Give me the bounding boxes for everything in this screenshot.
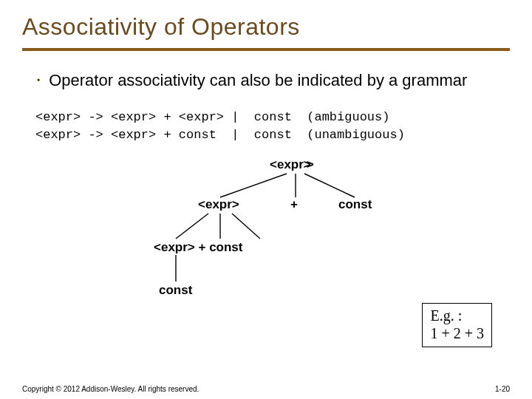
tree-node-l2-row: <expr> + const xyxy=(154,240,242,255)
tree-node-l1-plus: + xyxy=(290,197,298,212)
slide-title: Associativity of Operators xyxy=(22,13,510,41)
svg-line-0 xyxy=(220,174,287,197)
parse-tree-diagram: <expr>> <expr> + const <expr> + const co… xyxy=(140,157,525,313)
footer-page-number: 1-20 xyxy=(495,385,510,393)
tree-node-l1-expr: <expr> xyxy=(198,197,239,212)
tree-node-l1-const: const xyxy=(338,197,372,212)
svg-line-5 xyxy=(232,214,260,239)
example-box: E.g. : 1 + 2 + 3 xyxy=(422,303,492,347)
bullet-dot-icon: • xyxy=(37,70,40,91)
svg-line-3 xyxy=(176,214,208,239)
bullet-text: Operator associativity can also be indic… xyxy=(49,70,510,91)
slide-footer: Copyright © 2012 Addison-Wesley. All rig… xyxy=(22,385,510,393)
svg-line-2 xyxy=(304,174,355,197)
grammar-code-block: <expr> -> <expr> + <expr> | const (ambig… xyxy=(35,109,510,144)
tree-node-l3-const: const xyxy=(159,283,192,298)
footer-copyright: Copyright © 2012 Addison-Wesley. All rig… xyxy=(22,385,199,393)
example-expression: 1 + 2 + 3 xyxy=(430,324,484,342)
code-line-1: <expr> -> <expr> + <expr> | const (ambig… xyxy=(35,110,389,124)
bullet-item: • Operator associativity can also be ind… xyxy=(37,70,510,91)
title-rule xyxy=(22,48,510,51)
example-label: E.g. : xyxy=(430,307,484,324)
tree-edges xyxy=(140,157,525,313)
tree-node-root: <expr>> xyxy=(270,157,318,172)
code-line-2: <expr> -> <expr> + const | const (unambi… xyxy=(35,128,405,142)
